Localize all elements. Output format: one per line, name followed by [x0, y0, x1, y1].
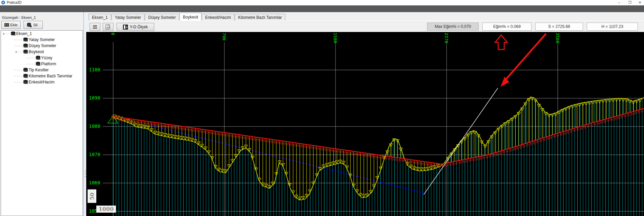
field-0[interactable]: Max Eğim% = 0.070 — [427, 23, 479, 31]
vertical-scale-label: 50 — [88, 189, 96, 203]
tab-kilometre-bazl-tan-mlar[interactable]: Kilometre Bazlı Tanımlar — [235, 14, 285, 21]
layer-icon — [23, 80, 29, 84]
delete-route-button[interactable]: Sil — [24, 21, 43, 29]
tab-boykesit[interactable]: Boykesit — [180, 13, 201, 21]
yd-scale-button[interactable]: Y-D Ölçek — [117, 23, 154, 31]
field-3[interactable]: H = 1107.23 — [587, 23, 638, 31]
x-axis-label: 1580 — [333, 33, 338, 43]
tab-eksen-1[interactable]: Eksen_1 — [89, 14, 111, 21]
y-axis-label: 1100 — [89, 67, 100, 72]
tab-d-ey-someler[interactable]: Düşey Someler — [145, 14, 179, 21]
splitter-grip-dot — [85, 171, 86, 172]
splitter-grip-dot — [85, 176, 86, 177]
terrain-line — [113, 97, 644, 200]
app-title: Pratica3D — [7, 1, 22, 4]
chevron-down-icon[interactable]: ∨ — [14, 50, 18, 53]
y-axis-label: 1090 — [89, 95, 100, 101]
app-logo-icon: A — [1, 1, 5, 4]
tree-item-enkesit-hacim[interactable]: Enkesit/Hacim — [1, 79, 83, 85]
layer-icon — [23, 68, 29, 72]
tab-yatay-someler[interactable]: Yatay Someler — [111, 14, 144, 21]
field-1[interactable]: Eğim% = 0.069 — [482, 23, 532, 31]
field-2[interactable]: S = 2725.69 — [535, 23, 583, 31]
chevron-down-icon[interactable]: ∨ — [2, 32, 6, 35]
splitter-grip-dot — [85, 173, 86, 174]
yd-scale-label: Y-D Ölçek — [130, 25, 148, 29]
svg-text:100: 100 — [106, 27, 109, 29]
tree-item-tip-kesitler[interactable]: Tip Kesitler — [1, 67, 83, 73]
layer-icon — [23, 43, 29, 48]
add-route-label: Ekle — [10, 23, 18, 27]
tree-item-boykesit[interactable]: ∨Boykesit — [1, 49, 83, 55]
zoom-100-icon: 100 — [105, 24, 111, 30]
y-axis-label: 1070 — [89, 152, 100, 157]
tree-item-eksen-1[interactable]: ∨Eksen_1 — [1, 31, 83, 37]
tree-item-d-ey-someler[interactable]: Düşey Someler — [1, 43, 83, 49]
layer-icon — [23, 74, 29, 78]
tree-item-platform[interactable]: Platform — [1, 61, 83, 67]
x-axis-label: 790 — [222, 33, 227, 40]
database-delete-icon — [27, 23, 32, 27]
tree-item-yatay-someler[interactable]: Yatay Someler — [1, 37, 83, 43]
list-options-button[interactable] — [90, 23, 100, 31]
tree-item-kilometre-bazl-tan-mlar[interactable]: Kilometre Bazlı Tanımlar — [1, 73, 83, 79]
zoom-100-button[interactable]: 100 — [103, 23, 114, 31]
layer-icon — [35, 56, 41, 60]
toolbar: 100 Y-D Ölçek Max Eğim% = 0.070Eğim% = 0… — [87, 21, 644, 32]
layer-icon — [10, 31, 16, 36]
x-axis-label: 2370 — [444, 33, 449, 43]
tab-enkesit-hacim[interactable]: Enkesit/Hacim — [202, 14, 234, 21]
scale-icon — [123, 25, 128, 30]
x-axis-label: 3160 — [555, 33, 560, 43]
layer-icon — [23, 49, 29, 54]
route-tree: ∨Eksen_1Yatay SomelerDüşey Someler∨Boyke… — [1, 30, 83, 216]
close-button[interactable]: ✕ — [636, 0, 644, 5]
layer-icon — [35, 62, 41, 66]
road-icon — [4, 23, 9, 27]
tab-bar: Eksen_1Yatay SomelerDüşey SomelerBoykesi… — [87, 12, 644, 21]
pointer-arrow — [505, 34, 546, 80]
title-bar: A Pratica3D – ❐ ✕ — [0, 0, 644, 5]
up-arrow — [495, 35, 507, 49]
menu-band — [0, 5, 644, 12]
delete-route-label: Sil — [33, 23, 37, 27]
route-panel: Güzergah : Eksen_1 Ekle Sil ∨Eksen_1Yata… — [0, 12, 84, 216]
profile-chart[interactable] — [86, 32, 644, 216]
maximize-button[interactable]: ❐ — [625, 0, 635, 5]
y-axis-label: 1060 — [89, 180, 100, 185]
add-route-button[interactable]: Ekle — [1, 21, 21, 29]
hamburger-icon — [93, 25, 97, 29]
route-heading: Güzergah : Eksen_1 — [2, 15, 36, 20]
y-axis-label: 1080 — [89, 123, 100, 129]
layer-icon — [23, 37, 29, 42]
tree-item-y-zey[interactable]: Yüzey — [1, 55, 83, 61]
tangent-line — [424, 88, 498, 195]
horizontal-scale-label: 1000 — [96, 206, 116, 213]
x-axis-label: 0 — [110, 33, 116, 35]
platform-line — [111, 108, 644, 164]
minimize-button[interactable]: – — [614, 0, 624, 5]
